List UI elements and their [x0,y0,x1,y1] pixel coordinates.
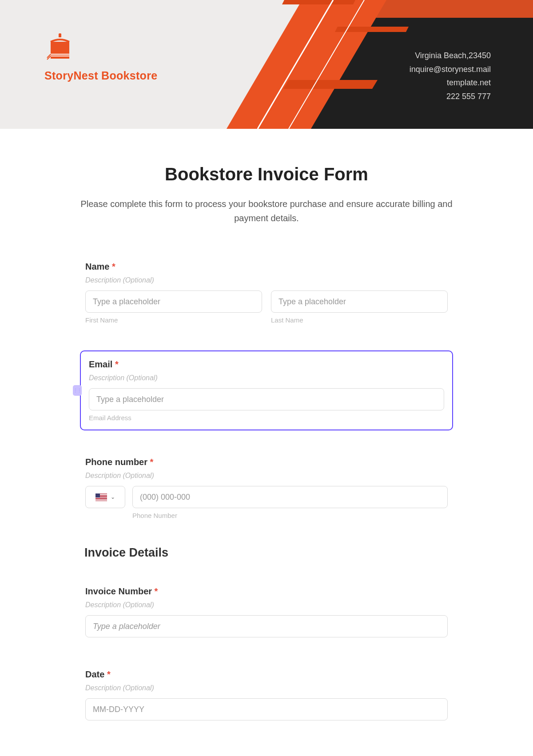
date-field-group: Date * Description (Optional) [80,664,453,726]
last-name-input[interactable] [271,290,448,313]
invoice-number-label: Invoice Number * [85,586,448,597]
phone-input[interactable] [132,486,448,508]
chevron-down-icon: ⌄ [111,494,115,500]
svg-marker-4 [354,0,533,18]
email-input[interactable] [89,388,444,410]
logo-block: StoryNest Bookstore [44,31,157,82]
contact-email: inquire@storynest.mail [410,63,491,76]
svg-marker-2 [282,0,355,4]
invoice-number-label-text: Invoice Number [85,586,152,596]
form-container: Bookstore Invoice Form Please complete t… [62,164,471,756]
name-desc[interactable]: Description (Optional) [85,276,448,284]
drag-handle-icon[interactable] [73,385,82,396]
brand-name: StoryNest Bookstore [44,69,157,82]
name-label-text: Name [85,262,109,271]
email-sublabel: Email Address [89,414,444,422]
contact-site: template.net [410,76,491,90]
first-name-sublabel: First Name [85,316,262,324]
email-desc[interactable]: Description (Optional) [89,374,444,382]
svg-marker-5 [283,80,378,89]
date-desc[interactable]: Description (Optional) [85,684,448,692]
phone-field-group: Phone number * Description (Optional) ⌄ … [80,452,453,525]
invoice-number-input[interactable] [85,615,448,637]
bookstore-logo-icon [44,31,76,62]
required-mark: * [107,669,111,679]
name-field-group: Name * Description (Optional) First Name… [80,256,453,329]
email-label: Email * [89,359,444,370]
required-mark: * [150,457,154,467]
date-input[interactable] [85,698,448,720]
contact-address: Virginia Beach,23450 [410,49,491,63]
required-mark: * [112,262,115,271]
country-code-select[interactable]: ⌄ [85,486,125,508]
required-mark: * [155,586,158,596]
phone-label-text: Phone number [85,457,147,467]
invoice-number-desc[interactable]: Description (Optional) [85,601,448,609]
us-flag-icon [95,493,107,501]
phone-desc[interactable]: Description (Optional) [85,472,448,480]
email-field-group[interactable]: Email * Description (Optional) Email Add… [80,350,453,430]
invoice-section-title: Invoice Details [84,546,453,560]
date-label-text: Date [85,669,104,679]
date-label: Date * [85,669,448,680]
phone-sublabel: Phone Number [132,512,448,519]
name-label: Name * [85,262,448,272]
form-intro: Please complete this form to process you… [80,197,453,225]
form-title: Bookstore Invoice Form [80,164,453,184]
required-mark: * [115,359,119,369]
phone-label: Phone number * [85,457,448,467]
invoice-number-field-group: Invoice Number * Description (Optional) [80,581,453,643]
last-name-sublabel: Last Name [271,316,448,324]
contact-info: Virginia Beach,23450 inquire@storynest.m… [410,49,491,103]
email-label-text: Email [89,359,112,369]
first-name-input[interactable] [85,290,262,313]
header-banner: StoryNest Bookstore Virginia Beach,23450… [0,0,533,129]
contact-phone: 222 555 777 [410,90,491,103]
